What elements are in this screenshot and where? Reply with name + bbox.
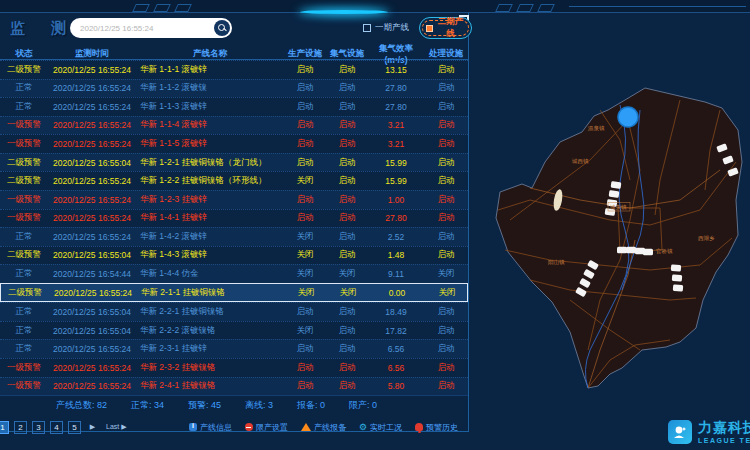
site-marker[interactable] (673, 284, 684, 291)
table-row[interactable]: 正常2020/12/25 16:55:24华新 1-4-2 滚镀锌关闭启动2.5… (0, 227, 468, 246)
cell-treat: 启动 (424, 325, 468, 337)
cell-time: 2020/12/25 16:55:24 (48, 176, 136, 186)
cell-gas: 启动 (326, 249, 368, 261)
table-row[interactable]: 一级预警2020/12/25 16:55:24华新 1-4-1 挂镀锌启动启动2… (0, 209, 468, 228)
cell-gas: 启动 (326, 82, 368, 94)
cell-rate: 1.00 (368, 195, 424, 205)
site-marker[interactable] (643, 249, 653, 255)
table-row[interactable]: 正常2020/12/25 16:55:24华新 1-1-2 滚镀镍启动启动27.… (0, 79, 468, 98)
cell-prod: 关闭 (284, 231, 326, 243)
cell-name: 华新 1-4-3 滚镀锌 (136, 249, 284, 261)
cell-rate: 9.11 (368, 269, 424, 279)
summary-item: 报备: 0 (297, 399, 325, 412)
cell-treat: 启动 (424, 119, 468, 131)
table-row[interactable]: 一级预警2020/12/25 16:55:24华新 2-4-1 挂镀镍铬启动启动… (0, 377, 468, 396)
search-input[interactable] (70, 24, 214, 33)
table-row[interactable]: 正常2020/12/25 16:55:04华新 2-2-2 滚镀镍铬关闭启动17… (0, 321, 468, 340)
cell-treat: 启动 (424, 194, 468, 206)
cell-time: 2020/12/25 16:55:04 (48, 250, 136, 260)
legend-bar: 产线信息限产设置产线报备⚙实时工况预警历史 (189, 422, 458, 433)
cell-status: 一级预警 (0, 380, 48, 392)
table-row[interactable]: 二级预警2020/12/25 16:55:24华新 1-1-1 滚镀锌启动启动1… (0, 60, 468, 79)
cell-name: 华新 1-1-3 滚镀锌 (136, 101, 284, 113)
table-row[interactable]: 正常2020/12/25 16:55:24华新 2-3-1 挂镀锌启动启动6.5… (0, 339, 468, 358)
cell-gas: 启动 (326, 231, 368, 243)
cell-prod: 启动 (284, 194, 326, 206)
legend-item[interactable]: 限产设置 (245, 422, 288, 433)
top-decoration-bar (0, 0, 750, 13)
cell-prod: 启动 (284, 101, 326, 113)
table-row[interactable]: 一级预警2020/12/25 16:55:24华新 1-2-3 挂镀锌启动启动1… (0, 190, 468, 209)
search-icon[interactable] (214, 20, 230, 36)
brand-logo-icon (668, 420, 692, 444)
cell-prod: 关闭 (284, 325, 326, 337)
cell-name: 华新 1-4-4 仿金 (136, 268, 284, 280)
table-row[interactable]: 二级预警2020/12/25 16:55:24华新 2-1-1 挂镀铜镍铬关闭关… (0, 283, 468, 303)
deco-line (569, 6, 746, 7)
cell-time: 2020/12/25 16:55:04 (48, 326, 136, 336)
cell-gas: 关闭 (326, 268, 368, 280)
cell-time: 2020/12/25 16:55:24 (48, 65, 136, 75)
page-button-3[interactable]: 3 (32, 421, 45, 434)
table-row[interactable]: 二级预警2020/12/25 16:55:24华新 1-2-2 挂镀铜镍铬（环形… (0, 171, 468, 190)
table-row[interactable]: 一级预警2020/12/25 16:55:24华新 2-3-2 挂镀镍铬启动启动… (0, 358, 468, 377)
table-row[interactable]: 正常2020/12/25 16:54:44华新 1-4-4 仿金关闭关闭9.11… (0, 264, 468, 283)
cluster-marker[interactable] (618, 107, 638, 127)
cell-prod: 启动 (284, 362, 326, 374)
page-button-5[interactable]: 5 (68, 421, 81, 434)
legend-label: 限产设置 (256, 422, 288, 433)
legend-item[interactable]: 产线报备 (301, 422, 346, 433)
page-button-4[interactable]: 4 (50, 421, 63, 434)
phase1-checkbox[interactable]: 一期产线 (363, 22, 409, 34)
cell-gas: 启动 (326, 362, 368, 374)
cell-rate: 15.99 (368, 176, 424, 186)
cell-gas: 启动 (326, 157, 368, 169)
cell-status: 正常 (0, 82, 48, 94)
town-label: 城关镇 (609, 204, 627, 210)
cell-treat: 启动 (424, 212, 468, 224)
cell-prod: 启动 (284, 157, 326, 169)
page-button-2[interactable]: 2 (14, 421, 27, 434)
cell-status: 正常 (0, 306, 48, 318)
site-marker[interactable] (672, 274, 683, 281)
site-marker[interactable] (671, 264, 682, 271)
table-row[interactable]: 正常2020/12/25 16:55:24华新 1-1-3 滚镀锌启动启动27.… (0, 97, 468, 116)
cell-status: 正常 (0, 268, 48, 280)
cell-treat: 启动 (424, 380, 468, 392)
table-row[interactable]: 正常2020/12/25 16:55:04华新 2-2-1 挂镀铜镍铬启动启动1… (0, 302, 468, 321)
page-button-1[interactable]: 1 (0, 421, 9, 434)
cell-rate: 6.56 (368, 363, 424, 373)
cell-prod: 启动 (284, 82, 326, 94)
checkbox-icon[interactable] (363, 24, 371, 32)
search-box[interactable] (70, 18, 232, 38)
table-row[interactable]: 二级预警2020/12/25 16:55:04华新 1-2-1 挂镀铜镍铬（龙门… (0, 153, 468, 172)
town-label: 温泉镇 (588, 125, 605, 132)
alarm-bell-icon (415, 423, 423, 431)
cell-prod: 启动 (284, 138, 326, 150)
cell-rate: 2.52 (368, 232, 424, 242)
legend-item[interactable]: 产线信息 (189, 422, 232, 433)
cell-treat: 启动 (424, 138, 468, 150)
cell-name: 华新 1-2-3 挂镀锌 (136, 194, 284, 206)
table-row[interactable]: 一级预警2020/12/25 16:55:24华新 1-1-5 滚镀锌启动启动3… (0, 134, 468, 153)
cell-name: 华新 1-1-2 滚镀镍 (136, 82, 284, 94)
cell-treat: 启动 (424, 157, 468, 169)
deco-shape (495, 4, 513, 12)
last-page-button[interactable]: Last ▶ (104, 421, 129, 434)
phase1-label: 一期产线 (375, 22, 409, 34)
phase2-button[interactable]: 二期产线 (419, 17, 472, 39)
limit-circle-icon (245, 423, 253, 431)
cell-name: 华新 1-4-1 挂镀锌 (136, 212, 284, 224)
legend-item[interactable]: ⚙实时工况 (359, 422, 402, 433)
legend-item[interactable]: 预警历史 (415, 422, 458, 433)
next-page-button[interactable]: ▶ (86, 421, 99, 434)
cell-rate: 5.80 (368, 381, 424, 391)
district-map[interactable]: 温泉镇城西镇城关镇西湖乡官桥镇阳山镇 (470, 50, 750, 450)
table-rows: 二级预警2020/12/25 16:55:24华新 1-1-1 滚镀锌启动启动1… (0, 60, 468, 395)
cell-gas: 启动 (326, 64, 368, 76)
table-row[interactable]: 一级预警2020/12/25 16:55:24华新 1-1-4 滚镀锌启动启动3… (0, 116, 468, 135)
cell-name: 华新 2-3-1 挂镀锌 (136, 343, 284, 355)
site-marker[interactable] (626, 247, 636, 253)
site-marker[interactable] (617, 247, 627, 253)
table-row[interactable]: 二级预警2020/12/25 16:55:04华新 1-4-3 滚镀锌关闭启动1… (0, 246, 468, 265)
